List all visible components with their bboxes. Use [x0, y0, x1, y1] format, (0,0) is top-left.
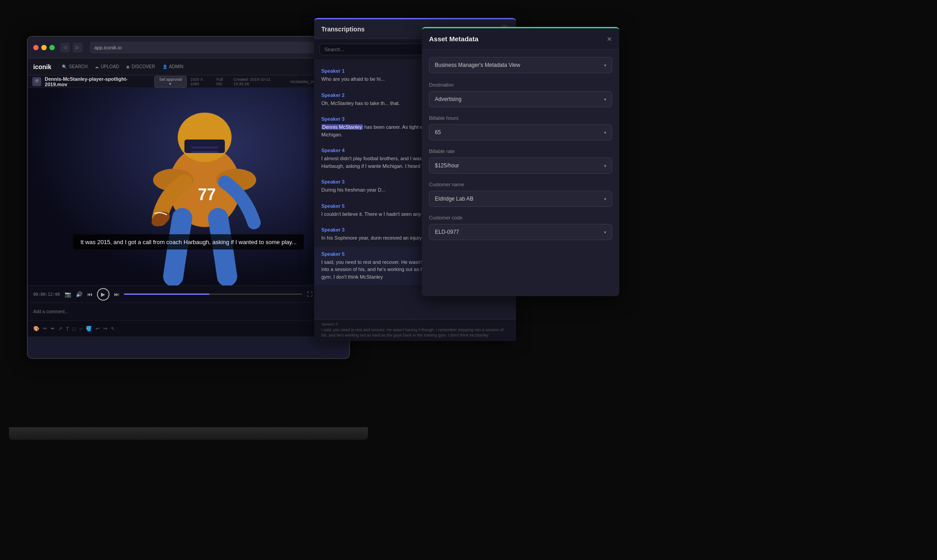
nav-discover-label: DISCOVER	[131, 64, 155, 69]
time-current: 00:00:12:06	[33, 292, 60, 297]
laptop-base	[9, 427, 368, 440]
brush-icon[interactable]: ✒	[51, 326, 55, 332]
subtitle-bar: It was 2015, and I got a call from coach…	[73, 234, 304, 249]
video-area: 77 It was 2015, and I got a call from co…	[28, 88, 349, 285]
customer-code-arrow: ▾	[604, 230, 606, 235]
mini-transcript-bar: Speaker 5 I said, you need to rest and r…	[314, 319, 516, 341]
nav-search-label: SEARCH	[69, 64, 88, 69]
customer-code-dropdown[interactable]: ELD-0977 ▾	[429, 224, 612, 240]
field-destination-label: Destination	[429, 82, 612, 88]
paint-icon[interactable]: 🪣	[86, 326, 92, 332]
approval-button[interactable]: Set approval ▾	[154, 76, 186, 88]
discover-icon: ◉	[126, 65, 130, 69]
field-billable-hours-label: Billable hours	[429, 115, 612, 121]
pencil-icon[interactable]: ✏	[43, 326, 47, 332]
forward-button[interactable]: ▷	[73, 43, 83, 52]
field-customer-name-label: Customer name	[429, 182, 612, 187]
highlight-name: Dennis McStanley	[321, 124, 363, 130]
billable-hours-arrow: ▾	[604, 130, 606, 135]
comment-area	[28, 302, 349, 320]
subtitle-text: It was 2015, and I got a call from coach…	[80, 239, 297, 245]
fullscreen-button[interactable]: ⛶	[307, 291, 312, 298]
text-icon[interactable]: T	[66, 326, 69, 332]
billable-rate-arrow: ▾	[604, 163, 606, 168]
file-info-bar: 🎬 Dennis-McStanley-player-spotlight-2019…	[28, 75, 349, 88]
destination-arrow: ▾	[604, 97, 606, 102]
cursor-icon[interactable]: ↖	[111, 326, 115, 332]
destination-dropdown[interactable]: Advertising ▾	[429, 91, 612, 107]
file-name: Dennis-McStanley-player-spotlight-2019.m…	[45, 76, 149, 87]
admin-icon: 👤	[162, 65, 167, 69]
redo-icon[interactable]: ↪	[103, 326, 107, 332]
mini-transcript-speaker: Speaker 5	[321, 322, 509, 326]
customer-name-dropdown[interactable]: Eldridge Lab AB ▾	[429, 191, 612, 207]
drawing-toolbar: 🎨 ✏ ✒ ↗ T □ ○ 🪣 ↩ ↪ ↖ SEND	[28, 320, 349, 337]
dot-yellow[interactable]	[41, 45, 47, 50]
back-button[interactable]: ◁	[60, 43, 70, 52]
camera-button[interactable]: 📷	[65, 291, 71, 298]
search-icon: 🔍	[62, 65, 67, 69]
color-wheel-icon[interactable]: 🎨	[33, 326, 39, 332]
browser-chrome: ◁ ▷ app.iconik.io	[28, 37, 349, 58]
billable-hours-value: 65	[435, 129, 441, 136]
svg-point-1	[178, 113, 232, 162]
file-resolution: 1920 X 1080	[190, 77, 213, 86]
metadata-close-button[interactable]: ✕	[607, 35, 612, 43]
field-customer-name: Customer name Eldridge Lab AB ▾	[429, 182, 612, 207]
rect-icon[interactable]: □	[73, 326, 76, 332]
field-customer-code: Customer code ELD-0977 ▾	[429, 215, 612, 240]
browser-nav: ◁ ▷	[60, 43, 83, 52]
app-logo: iconik	[33, 63, 51, 70]
undo-icon[interactable]: ↩	[96, 326, 100, 332]
circle-icon[interactable]: ○	[79, 326, 82, 332]
browser-dots	[33, 45, 55, 50]
file-created: Created: 2019-10-21 15:35:26	[233, 77, 287, 86]
view-dropdown-arrow: ▾	[604, 63, 606, 68]
scene: ◁ ▷ app.iconik.io iconik 🔍 SEARCH ☁ UPLO…	[0, 0, 937, 560]
field-billable-rate: Billable rate $125/hour ▾	[429, 149, 612, 174]
nav-upload-label: UPLOAD	[101, 64, 119, 69]
view-dropdown[interactable]: Business Manager's Metadata View ▾	[429, 57, 612, 73]
metadata-body: Business Manager's Metadata View ▾ Desti…	[422, 50, 619, 296]
field-billable-rate-label: Billable rate	[429, 149, 612, 154]
url-text: app.iconik.io	[94, 45, 122, 50]
video-controls: 00:00:12:06 📷 🔊 ⏮ ▶ ⏭ ⛶ 00:00:25:34	[28, 285, 349, 302]
mini-transcript-text: I said, you need to rest and recover. He…	[321, 327, 509, 338]
metadata-title: Asset Metadata	[429, 35, 607, 43]
metadata-view-select: Business Manager's Metadata View ▾	[429, 57, 612, 73]
svg-rect-3	[191, 146, 218, 149]
field-billable-hours: Billable hours 65 ▾	[429, 115, 612, 140]
upload-icon: ☁	[95, 65, 99, 69]
dot-green[interactable]	[49, 45, 55, 50]
nav-discover[interactable]: ◉ DISCOVER	[126, 64, 155, 69]
dot-red[interactable]	[33, 45, 39, 50]
svg-text:77: 77	[198, 185, 216, 204]
nav-search[interactable]: 🔍 SEARCH	[62, 64, 88, 69]
svg-rect-4	[191, 151, 218, 153]
field-destination: Destination Advertising ▾	[429, 82, 612, 107]
address-bar[interactable]: app.iconik.io	[90, 42, 340, 53]
volume-button[interactable]: 🔊	[76, 291, 83, 298]
billable-rate-value: $125/hour	[435, 162, 459, 169]
player-figure: 77	[128, 97, 281, 285]
progress-fill	[124, 293, 210, 295]
nav-admin-label: ADMIN	[169, 64, 184, 69]
field-customer-code-label: Customer code	[429, 215, 612, 220]
customer-name-arrow: ▾	[604, 197, 606, 201]
arrow-icon[interactable]: ↗	[58, 326, 62, 332]
destination-value: Advertising	[435, 96, 461, 102]
metadata-panel: Asset Metadata ✕ Business Manager's Meta…	[422, 27, 619, 296]
billable-rate-dropdown[interactable]: $125/hour ▾	[429, 158, 612, 174]
file-icon: 🎬	[32, 77, 41, 86]
customer-name-value: Eldridge Lab AB	[435, 196, 473, 202]
billable-hours-dropdown[interactable]: 65 ▾	[429, 124, 612, 140]
comment-input[interactable]	[33, 309, 344, 314]
step-forward-button[interactable]: ⏭	[114, 291, 119, 298]
progress-bar[interactable]	[124, 293, 303, 295]
metadata-header: Asset Metadata ✕	[422, 28, 619, 50]
nav-admin[interactable]: 👤 ADMIN	[162, 64, 184, 69]
play-button[interactable]: ▶	[97, 288, 109, 301]
nav-upload[interactable]: ☁ UPLOAD	[95, 64, 119, 69]
view-dropdown-value: Business Manager's Metadata View	[435, 62, 520, 68]
rewind-button[interactable]: ⏮	[87, 291, 92, 298]
